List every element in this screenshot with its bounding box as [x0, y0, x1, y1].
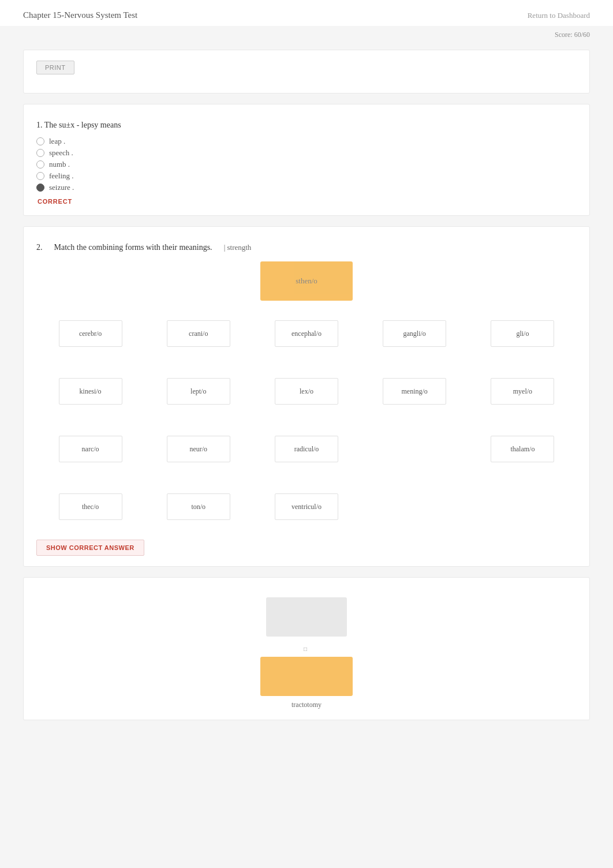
word-box-ganglio[interactable]: gangli/o	[383, 320, 446, 347]
q1-number: 1.	[36, 121, 43, 129]
content-area: PRINT 1. The su±x - lepsy means leap . s…	[0, 44, 613, 738]
word-cell-ventricul: ventricul/o	[252, 484, 360, 532]
radio-seizure	[36, 184, 44, 192]
word-cell-tono: ton/o	[144, 484, 252, 532]
word-box-empty2	[383, 493, 446, 520]
word-cell-encephalo: encephal/o	[252, 311, 360, 358]
word-cell-kinesi: kinesi/o	[36, 369, 144, 416]
option-feeling-label: feeling .	[49, 171, 74, 181]
q3-drop-zone[interactable]	[266, 597, 347, 637]
word-box-narco[interactable]: narc/o	[59, 436, 122, 462]
question-2-card: 2. Match the combining forms with their …	[23, 226, 590, 567]
word-box-kinesi[interactable]: kinesi/o	[59, 378, 122, 405]
word-box-cranio[interactable]: crani/o	[167, 320, 230, 347]
radio-leap	[36, 137, 44, 145]
option-leap-label: leap .	[49, 137, 65, 146]
word-box-lexo[interactable]: lex/o	[275, 378, 338, 405]
drop-zone-row: sthen/o	[36, 261, 577, 301]
return-to-dashboard-link[interactable]: Return to Dashboard	[528, 11, 590, 20]
question-1-label: 1. The su±x - lepsy means	[36, 121, 577, 130]
strength-badge: | strength	[224, 243, 252, 252]
word-box-empty3	[491, 493, 554, 520]
option-numb-label: numb .	[49, 160, 70, 169]
word-cell-empty2	[361, 484, 469, 532]
score-bar: Score: 60/60	[0, 26, 613, 44]
word-grid-row3: narc/o neur/o radicul/o thalam/o	[36, 426, 577, 474]
q3-orange-box[interactable]	[260, 657, 353, 696]
option-seizure-label: seizure .	[49, 183, 74, 192]
word-cell-glio: gli/o	[469, 311, 577, 358]
question-3-card: □ tractotomy	[23, 577, 590, 720]
question-1-card: 1. The su±x - lepsy means leap . speech …	[23, 104, 590, 216]
word-box-meningo[interactable]: mening/o	[383, 378, 446, 405]
radio-speech	[36, 149, 44, 157]
sthen-drop-zone[interactable]: sthen/o	[260, 261, 353, 301]
word-cell-myelo: myel/o	[469, 369, 577, 416]
word-cell-narco: narc/o	[36, 426, 144, 474]
option-speech-label: speech .	[49, 148, 73, 158]
word-grid-row2: kinesi/o lept/o lex/o mening/o m	[36, 369, 577, 416]
word-box-lepto[interactable]: lept/o	[167, 378, 230, 405]
word-box-glio[interactable]: gli/o	[491, 320, 554, 347]
print-button[interactable]: PRINT	[36, 61, 74, 74]
option-feeling[interactable]: feeling .	[36, 171, 577, 181]
word-box-thalam[interactable]: thalam/o	[491, 436, 554, 462]
radio-numb	[36, 160, 44, 169]
word-cell-empty1	[361, 426, 469, 474]
q2-number: 2.	[36, 243, 43, 252]
word-box-encephalo[interactable]: encephal/o	[275, 320, 338, 347]
radio-feeling	[36, 172, 44, 180]
drop-zone-label: sthen/o	[296, 276, 317, 286]
word-cell-radicul: radicul/o	[252, 426, 360, 474]
word-box-myelo[interactable]: myel/o	[491, 378, 554, 405]
page-header: Chapter 15-Nervous System Test Return to…	[0, 0, 613, 26]
print-card: PRINT	[23, 50, 590, 93]
word-cell-cerebro: cerebr/o	[36, 311, 144, 358]
word-cell-empty3	[469, 484, 577, 532]
word-grid-row1: cerebr/o crani/o encephal/o gangli/o	[36, 311, 577, 358]
word-cell-lepto: lept/o	[144, 369, 252, 416]
word-cell-lexo: lex/o	[252, 369, 360, 416]
word-box-radicul[interactable]: radicul/o	[275, 436, 338, 462]
option-seizure[interactable]: seizure .	[36, 183, 577, 192]
word-grid-row4: thec/o ton/o ventricul/o	[36, 484, 577, 532]
score-text: Score: 60/60	[555, 31, 590, 39]
q2-text: Match the combining forms with their mea…	[54, 243, 212, 252]
word-box-cerebro[interactable]: cerebr/o	[59, 320, 122, 347]
option-speech[interactable]: speech .	[36, 148, 577, 158]
word-cell-thalam: thalam/o	[469, 426, 577, 474]
option-leap[interactable]: leap .	[36, 137, 577, 146]
q1-text: The su±x - lepsy means	[44, 121, 121, 129]
word-cell-neuro: neur/o	[144, 426, 252, 474]
word-cell-theco: thec/o	[36, 484, 144, 532]
show-correct-answer-button[interactable]: SHOW CORRECT ANSWER	[36, 540, 144, 556]
word-cell-ganglio: gangli/o	[361, 311, 469, 358]
word-box-neuro[interactable]: neur/o	[167, 436, 230, 462]
word-box-empty1	[383, 436, 446, 462]
word-cell-meningo: mening/o	[361, 369, 469, 416]
word-cell-cranio: crani/o	[144, 311, 252, 358]
q2-header: 2. Match the combining forms with their …	[36, 243, 577, 252]
word-box-ventricul[interactable]: ventricul/o	[275, 493, 338, 520]
word-box-theco[interactable]: thec/o	[59, 493, 122, 520]
page-title: Chapter 15-Nervous System Test	[23, 10, 137, 20]
tractotomy-label: tractotomy	[36, 701, 577, 709]
q3-drop-zone-row	[36, 597, 577, 637]
word-box-tono[interactable]: ton/o	[167, 493, 230, 520]
correct-label: CORRECT	[38, 198, 577, 205]
option-numb[interactable]: numb .	[36, 160, 577, 169]
